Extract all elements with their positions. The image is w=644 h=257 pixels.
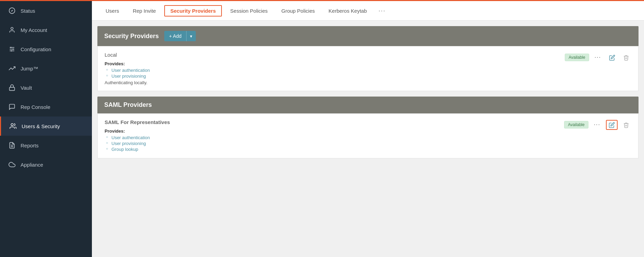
- saml-providers-header: SAML Providers: [97, 97, 639, 113]
- sidebar-item-status-label: Status: [21, 8, 35, 14]
- sidebar: Status My Account Configuration Jump™: [0, 0, 92, 257]
- sidebar-item-configuration-label: Configuration: [21, 46, 51, 52]
- security-providers-section: Security Providers + Add ▾ Local Provide…: [97, 26, 639, 91]
- user-icon: [8, 26, 16, 33]
- add-button-group: + Add ▾: [164, 31, 196, 41]
- local-provider-card: Local Provides: User authentication User…: [97, 46, 639, 91]
- local-feature-2: User provisioning: [111, 74, 565, 79]
- security-providers-header: Security Providers + Add ▾: [97, 26, 639, 46]
- saml-feature-2: User provisioning: [111, 141, 564, 146]
- top-nav: Users Rep Invite Security Providers Sess…: [92, 0, 644, 21]
- sidebar-item-appliance[interactable]: Appliance: [0, 155, 92, 174]
- svg-point-7: [11, 50, 12, 51]
- svg-point-9: [11, 124, 13, 126]
- sidebar-item-rep-console[interactable]: Rep Console: [0, 97, 92, 116]
- sidebar-item-my-account[interactable]: My Account: [0, 20, 92, 40]
- sidebar-item-vault-label: Vault: [21, 85, 32, 91]
- local-provider-status: Available: [565, 54, 589, 61]
- local-provider-edit-button[interactable]: [607, 53, 618, 63]
- cloud-icon: [8, 161, 16, 168]
- saml-provider-edit-button[interactable]: [606, 120, 618, 130]
- sidebar-item-reports[interactable]: Reports: [0, 136, 92, 155]
- svg-point-6: [13, 48, 14, 49]
- saml-providers-section: SAML Providers SAML For Representatives …: [97, 97, 639, 158]
- sidebar-item-jump-label: Jump™: [21, 66, 38, 71]
- local-provider-delete-button[interactable]: [621, 53, 631, 62]
- svg-rect-8: [10, 87, 15, 90]
- saml-provider-status: Available: [564, 121, 588, 128]
- sidebar-item-my-account-label: My Account: [21, 27, 47, 33]
- local-provider-features: User authentication User provisioning: [111, 68, 565, 79]
- tab-kerberos-keytab[interactable]: Kerberos Keytab: [322, 2, 374, 21]
- tab-users[interactable]: Users: [99, 2, 126, 21]
- lock-icon: [8, 84, 16, 91]
- local-provider-info: Local Provides: User authentication User…: [105, 52, 565, 85]
- trending-up-icon: [8, 65, 16, 72]
- local-provider-note: Authenticating locally.: [105, 80, 565, 85]
- saml-provider-card: SAML For Representatives Provides: User …: [97, 113, 639, 158]
- saml-feature-1: User authentication: [111, 135, 564, 140]
- saml-provider-delete-button[interactable]: [621, 120, 631, 130]
- check-circle-icon: [8, 7, 16, 14]
- sidebar-item-vault[interactable]: Vault: [0, 78, 92, 97]
- more-tabs-button[interactable]: ···: [374, 4, 391, 18]
- saml-provider-name: SAML For Representatives: [105, 119, 564, 125]
- local-provider-provides-label: Provides:: [105, 61, 565, 66]
- sliders-icon: [8, 46, 16, 53]
- sidebar-item-appliance-label: Appliance: [21, 162, 43, 168]
- sidebar-item-users-security[interactable]: Users & Security: [0, 116, 92, 136]
- content-area: Security Providers + Add ▾ Local Provide…: [92, 21, 644, 257]
- security-providers-title: Security Providers: [104, 33, 159, 40]
- saml-providers-title: SAML Providers: [104, 101, 152, 109]
- tab-group-policies[interactable]: Group Policies: [275, 2, 322, 21]
- local-provider-inner: Local Provides: User authentication User…: [98, 46, 638, 91]
- file-text-icon: [8, 142, 16, 149]
- local-feature-1: User authentication: [111, 68, 565, 73]
- tab-session-policies[interactable]: Session Policies: [223, 2, 274, 21]
- local-provider-more-button[interactable]: ···: [593, 53, 603, 62]
- message-square-icon: [8, 103, 16, 110]
- local-provider-name: Local: [105, 52, 565, 58]
- saml-provider-more-button[interactable]: ···: [592, 120, 603, 129]
- saml-provider-features: User authentication User provisioning Gr…: [111, 135, 564, 152]
- sidebar-item-configuration[interactable]: Configuration: [0, 40, 92, 59]
- saml-provider-actions: Available ···: [564, 119, 631, 130]
- sidebar-item-status[interactable]: Status: [0, 1, 92, 20]
- saml-provider-provides-label: Provides:: [105, 128, 564, 134]
- saml-provider-info: SAML For Representatives Provides: User …: [105, 119, 564, 153]
- saml-feature-3: Group lookup: [111, 147, 564, 152]
- sidebar-item-jump[interactable]: Jump™: [0, 59, 92, 78]
- add-security-provider-dropdown[interactable]: ▾: [186, 31, 196, 41]
- sidebar-item-rep-console-label: Rep Console: [21, 104, 50, 110]
- tab-rep-invite[interactable]: Rep Invite: [126, 2, 163, 21]
- tab-security-providers[interactable]: Security Providers: [164, 5, 222, 16]
- svg-point-1: [11, 27, 13, 30]
- svg-point-5: [10, 47, 11, 48]
- sidebar-item-users-security-label: Users & Security: [22, 123, 60, 129]
- sidebar-item-reports-label: Reports: [21, 143, 39, 148]
- main-content: Users Rep Invite Security Providers Sess…: [92, 0, 644, 257]
- add-security-provider-button[interactable]: + Add: [164, 31, 186, 41]
- users-icon: [9, 123, 17, 130]
- local-provider-actions: Available ···: [565, 52, 631, 63]
- saml-provider-inner: SAML For Representatives Provides: User …: [98, 114, 638, 158]
